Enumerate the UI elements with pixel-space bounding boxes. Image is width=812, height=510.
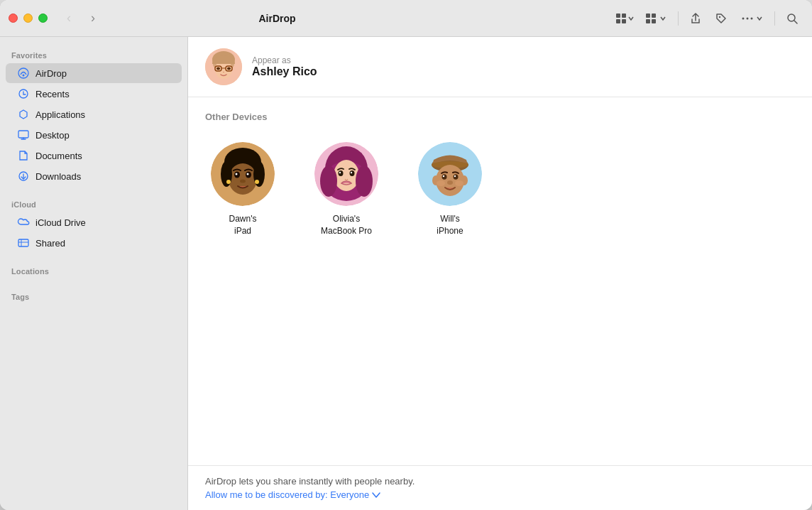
- desktop-icon: [17, 129, 30, 141]
- device-olivias-macbook[interactable]: Olivia'sMacBook Pro: [309, 136, 384, 243]
- devices-grid: Dawn'siPad: [205, 136, 795, 243]
- share-icon: [689, 12, 702, 25]
- discover-link-text: Allow me to be discovered by: Everyone: [205, 489, 369, 500]
- tag-icon: [715, 12, 728, 25]
- svg-point-49: [356, 166, 373, 197]
- dawns-ipad-name: Dawn'siPad: [229, 213, 257, 237]
- wills-iphone-avatar: [418, 142, 482, 206]
- downloads-icon: [17, 170, 30, 183]
- tag-button[interactable]: [710, 7, 733, 30]
- svg-point-44: [339, 170, 344, 176]
- sidebar-item-desktop[interactable]: Desktop: [6, 125, 182, 145]
- svg-point-60: [447, 180, 453, 185]
- svg-point-45: [350, 170, 355, 176]
- desktop-label: Desktop: [35, 130, 70, 141]
- svg-point-27: [227, 67, 231, 70]
- svg-point-62: [455, 180, 463, 186]
- svg-point-10: [747, 17, 749, 19]
- svg-point-37: [240, 180, 246, 183]
- svg-point-38: [226, 180, 231, 184]
- grid-view-button[interactable]: [639, 9, 672, 28]
- toolbar-divider: [678, 11, 679, 26]
- sidebar-item-shared[interactable]: Shared: [6, 233, 182, 253]
- sidebar-item-icloud-drive[interactable]: iCloud Drive: [6, 212, 182, 232]
- svg-rect-3: [622, 19, 626, 23]
- svg-point-39: [255, 180, 259, 184]
- applications-label: Applications: [35, 109, 85, 120]
- appear-as-bar: Appear as Ashley Rico: [188, 37, 812, 97]
- dawns-ipad-avatar: [211, 142, 275, 206]
- favorites-label: Favorites: [0, 45, 187, 63]
- other-devices-section: Other Devices: [188, 97, 812, 465]
- svg-point-11: [751, 17, 753, 19]
- svg-point-13: [18, 68, 28, 78]
- svg-point-46: [339, 172, 341, 173]
- window-title: AirDrop: [26, 13, 528, 24]
- ashley-memoji: [205, 48, 242, 85]
- appear-as-text: Appear as Ashley Rico: [252, 55, 317, 78]
- recents-label: Recents: [35, 89, 70, 99]
- svg-point-32: [253, 161, 265, 187]
- shared-label: Shared: [35, 238, 65, 249]
- svg-rect-7: [652, 19, 656, 23]
- close-button[interactable]: [9, 13, 18, 23]
- list-view-icon: [644, 12, 657, 25]
- wills-iphone-name: Will'siPhone: [437, 213, 463, 237]
- more-chevron-icon: [756, 15, 763, 22]
- discover-link[interactable]: Allow me to be discovered by: Everyone: [205, 489, 795, 500]
- recents-icon: [17, 87, 30, 100]
- search-icon: [786, 12, 799, 25]
- sidebar-item-applications[interactable]: Applications: [6, 104, 182, 124]
- more-icon: [741, 16, 754, 21]
- grid-chevron-icon: [659, 15, 666, 22]
- sidebar: Favorites AirDrop: [0, 37, 188, 510]
- svg-point-47: [351, 172, 352, 173]
- user-avatar: [205, 48, 242, 85]
- applications-icon: [17, 108, 30, 121]
- svg-rect-18: [18, 239, 28, 246]
- locations-label: Locations: [0, 261, 187, 278]
- svg-point-31: [221, 161, 232, 187]
- svg-rect-0: [616, 13, 620, 18]
- svg-rect-6: [646, 19, 650, 23]
- olivias-macbook-avatar: [314, 142, 378, 206]
- view-icon-button[interactable]: [613, 7, 636, 30]
- olivias-macbook-name: Olivia'sMacBook Pro: [321, 213, 372, 237]
- svg-rect-4: [646, 13, 650, 18]
- documents-label: Documents: [35, 151, 82, 161]
- appear-as-label: Appear as: [252, 55, 317, 65]
- olivia-memoji: [314, 142, 378, 206]
- sidebar-item-documents[interactable]: Documents: [6, 146, 182, 166]
- toolbar-divider-2: [774, 11, 775, 26]
- icloud-drive-icon: [17, 216, 30, 229]
- device-dawns-ipad[interactable]: Dawn'siPad: [205, 136, 280, 243]
- more-button[interactable]: [735, 12, 769, 25]
- downloads-label: Downloads: [35, 171, 81, 182]
- search-button[interactable]: [781, 7, 803, 30]
- svg-rect-1: [622, 13, 626, 18]
- documents-icon: [17, 149, 30, 162]
- device-wills-iphone[interactable]: Will'siPhone: [412, 136, 488, 243]
- icloud-label: iCloud: [0, 195, 187, 212]
- grid-view-icon: [615, 12, 627, 25]
- toolbar-right: [613, 7, 803, 30]
- titlebar: ‹ › AirDrop: [0, 0, 812, 37]
- svg-rect-2: [616, 19, 620, 23]
- tags-label: Tags: [0, 287, 187, 304]
- sidebar-item-recents[interactable]: Recents: [6, 84, 182, 104]
- svg-point-43: [334, 160, 359, 191]
- airdrop-icon: [17, 67, 30, 80]
- svg-point-58: [443, 175, 444, 177]
- finder-window: ‹ › AirDrop: [0, 0, 812, 510]
- will-memoji: [418, 142, 482, 206]
- share-button[interactable]: [684, 7, 707, 30]
- svg-point-59: [454, 175, 456, 177]
- svg-point-36: [247, 173, 249, 175]
- sidebar-item-airdrop[interactable]: AirDrop: [6, 63, 182, 83]
- dawn-memoji: [211, 142, 275, 206]
- svg-point-61: [437, 180, 445, 186]
- icloud-drive-label: iCloud Drive: [35, 217, 86, 228]
- discover-chevron-icon: [372, 492, 380, 498]
- sidebar-item-downloads[interactable]: Downloads: [6, 166, 182, 186]
- bottom-bar: AirDrop lets you share instantly with pe…: [188, 465, 812, 510]
